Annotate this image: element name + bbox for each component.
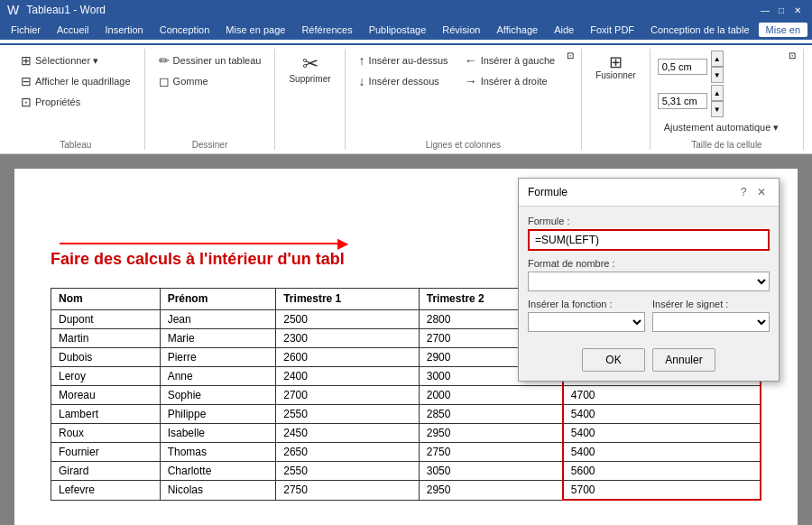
table-cell: 2850 (419, 405, 563, 424)
dialog-help-button[interactable]: ? (735, 184, 752, 200)
insert-function-select[interactable] (528, 312, 645, 332)
minimize-button[interactable]: — (758, 3, 772, 17)
height-down-button[interactable]: ▼ (711, 67, 724, 83)
insert-below-button[interactable]: ↓ Insérer dessous (353, 71, 455, 91)
table-cell: 2400 (276, 367, 420, 386)
auto-adjust-button[interactable]: Ajustement automatique ▾ (658, 119, 786, 136)
menu-insertion[interactable]: Insertion (97, 23, 150, 37)
table-cell: Jean (160, 309, 276, 329)
tableau-group-label: Tableau (14, 140, 137, 150)
delete-icon: ✂ (302, 54, 318, 74)
grid-icon: ⊟ (21, 74, 32, 88)
table-cell: 2500 (276, 309, 420, 329)
eraser-button[interactable]: ◻ Gomme (152, 71, 268, 91)
dialog-title-text: Formule (528, 186, 567, 198)
select-icon: ⊞ (21, 53, 32, 68)
width-input[interactable] (658, 93, 707, 109)
ribbon-group-supprimer: ✂ Supprimer (275, 49, 345, 150)
table-cell: Nicolas (160, 481, 276, 501)
table-cell: 5700 (563, 481, 761, 501)
dialog-body: Formule : Format de nombre : Insérer la … (519, 207, 779, 341)
menu-conception-table[interactable]: Conception de la table (643, 23, 756, 37)
ok-button[interactable]: OK (582, 348, 645, 372)
menu-accueil[interactable]: Accueil (50, 23, 96, 37)
insert-above-button[interactable]: ← Insérer à gauche (458, 51, 562, 70)
table-cell: Charlotte (160, 462, 276, 481)
dialog-close-button[interactable]: ✕ (753, 184, 770, 200)
ribbon-group-alignement: ≡ Alignement (804, 49, 812, 150)
table-cell: Dubois (51, 348, 161, 367)
width-down-button[interactable]: ▼ (711, 101, 724, 117)
height-up-button[interactable]: ▲ (711, 51, 724, 67)
table-cell: 5400 (563, 424, 761, 443)
dialog-row-inserts: Insérer la fonction : Insérer le signet … (528, 299, 770, 332)
dialog-buttons: OK Annuler (519, 341, 779, 381)
table-row: FournierThomas265027505400 (51, 443, 761, 462)
taille-expand-icon[interactable]: ⊡ (789, 51, 796, 60)
table-cell: 2650 (276, 443, 420, 462)
ribbon: ⊞ Sélectionner ▾ ⊟ Afficher le quadrilla… (0, 40, 812, 154)
table-cell: Lefevre (51, 481, 161, 501)
ribbon-group-tableau: ⊞ Sélectionner ▾ ⊟ Afficher le quadrilla… (7, 49, 145, 150)
menu-fichier[interactable]: Fichier (4, 23, 48, 37)
formula-input[interactable] (528, 229, 770, 251)
insert-function-col: Insérer la fonction : (528, 299, 645, 332)
select-button[interactable]: ⊞ Sélectionner ▾ (14, 51, 137, 70)
merge-button[interactable]: ⊞ Fusionner (589, 51, 641, 84)
col-nom: Nom (51, 288, 161, 309)
menu-affichage[interactable]: Affichage (489, 23, 545, 37)
insert-bookmark-select[interactable] (652, 312, 770, 332)
draw-table-button[interactable]: ✏ Dessiner un tableau (152, 51, 268, 70)
height-input[interactable] (658, 59, 707, 75)
dessiner-group-label: Dessiner (152, 140, 268, 150)
table-cell: Dupont (51, 309, 161, 329)
table-cell: 2550 (276, 462, 420, 481)
insert-left-icon: ← (465, 53, 477, 68)
table-cell: Martin (51, 329, 161, 348)
insert-left-button[interactable]: ↑ Insérer au-dessus (353, 51, 455, 70)
title-bar-title: Tableau1 - Word (26, 4, 106, 16)
format-select[interactable] (528, 272, 770, 291)
properties-button[interactable]: ⊡ Propriétés (14, 92, 137, 112)
table-cell: Fournier (51, 443, 161, 462)
insert-function-label: Insérer la fonction : (528, 299, 645, 309)
delete-button[interactable]: ✂ Supprimer (282, 51, 337, 88)
table-row: RouxIsabelle245029505400 (51, 424, 761, 443)
show-grid-button[interactable]: ⊟ Afficher le quadrillage (14, 71, 137, 91)
col-t1: Trimestre 1 (276, 288, 420, 309)
insert-down-icon: ↓ (359, 74, 365, 88)
insert-right-button[interactable]: → Insérer à droite (458, 71, 562, 91)
menu-references[interactable]: Références (294, 23, 359, 37)
table-row: LambertPhilippe255028505400 (51, 405, 761, 424)
ribbon-group-fusionner: ⊞ Fusionner (582, 49, 650, 150)
maximize-button[interactable]: □ (774, 3, 789, 17)
menu-mise-en-page[interactable]: Mise en page (218, 23, 292, 37)
ribbon-group-dessiner: ✏ Dessiner un tableau ◻ Gomme Dessiner (145, 49, 276, 150)
table-cell: Lambert (51, 405, 161, 424)
insert-bookmark-label: Insérer le signet : (652, 299, 770, 309)
lignes-expand-icon[interactable]: ⊡ (567, 51, 574, 60)
menu-publipostage[interactable]: Publipostage (362, 23, 434, 37)
formula-label: Formule : (528, 216, 770, 226)
table-cell: 2000 (419, 386, 563, 405)
title-bar: W Tableau1 - Word — □ ✕ (0, 0, 812, 20)
menu-foxit[interactable]: Foxit PDF (583, 23, 641, 37)
taille-group-label: Taille de la cellule (658, 140, 797, 150)
menu-mise-en[interactable]: Mise en (759, 23, 808, 37)
insert-up-icon: ↑ (359, 53, 365, 68)
close-button[interactable]: ✕ (790, 3, 805, 17)
table-cell: Roux (51, 424, 161, 443)
menu-conception[interactable]: Conception (152, 23, 217, 37)
width-up-button[interactable]: ▲ (711, 85, 724, 101)
menu-aide[interactable]: Aide (547, 23, 581, 37)
format-field: Format de nombre : (528, 258, 770, 291)
ribbon-group-lignes: ↑ Insérer au-dessus ↓ Insérer dessous ← … (346, 49, 583, 150)
cancel-button[interactable]: Annuler (652, 348, 715, 372)
table-cell: Anne (160, 367, 276, 386)
menu-revision[interactable]: Révision (435, 23, 487, 37)
table-cell: 5400 (563, 443, 761, 462)
lignes-group-label: Lignes et colonnes (353, 140, 575, 150)
table-cell: 2600 (276, 348, 420, 367)
formula-field: Formule : (528, 216, 770, 251)
merge-icon: ⊞ (609, 54, 623, 70)
